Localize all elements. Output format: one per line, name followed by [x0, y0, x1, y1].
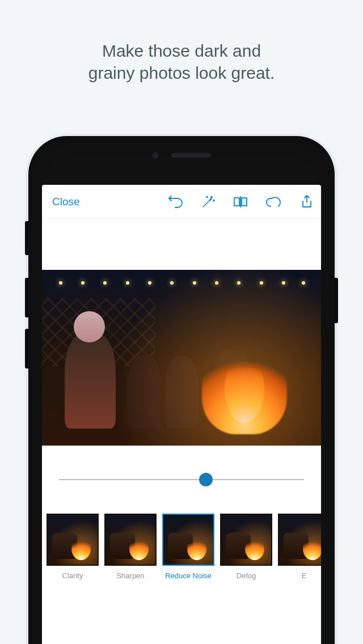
undo-icon[interactable]	[168, 195, 184, 209]
filter-thumb-image	[220, 514, 272, 566]
slider-thumb[interactable]	[199, 473, 213, 486]
auto-enhance-icon[interactable]	[201, 194, 216, 209]
share-icon[interactable]	[301, 194, 313, 209]
filter-thumbnail-row[interactable]: ClaritySharpenReduce NoiseDefogE	[42, 514, 321, 593]
filter-thumb-image	[278, 514, 321, 566]
adjustment-slider[interactable]	[59, 472, 304, 487]
filter-thumb-reduce-noise[interactable]: Reduce Noise	[160, 514, 217, 580]
filter-thumb-image	[162, 514, 214, 566]
app-screen: Close	[42, 185, 321, 644]
compare-icon[interactable]	[233, 195, 248, 209]
top-toolbar: Close	[42, 185, 321, 219]
top-toolbar-actions	[168, 194, 313, 209]
close-button[interactable]: Close	[50, 192, 82, 211]
filter-thumb-label: E	[276, 566, 321, 580]
filter-thumb-label: Sharpen	[102, 566, 159, 580]
phone-side-button	[335, 278, 338, 323]
promo-headline: Make those dark and grainy photos look g…	[0, 0, 363, 84]
filter-thumb-label: Reduce Noise	[160, 566, 217, 580]
canvas-top-margin	[42, 219, 321, 270]
creative-cloud-icon[interactable]	[265, 196, 284, 208]
filter-thumb-sharpen[interactable]: Sharpen	[102, 514, 159, 580]
adjustment-slider-area	[42, 446, 321, 514]
svg-rect-1	[242, 198, 247, 206]
phone-mockup: Close	[28, 136, 335, 644]
phone-camera-icon	[152, 152, 159, 159]
slider-track	[59, 479, 304, 480]
photo-canvas[interactable]	[42, 270, 321, 446]
phone-notch	[152, 152, 211, 159]
phone-side-button	[25, 329, 28, 368]
filter-thumb-label: Defog	[218, 566, 275, 580]
filter-thumb-defog[interactable]: Defog	[218, 514, 275, 580]
filter-thumb-clarity[interactable]: Clarity	[44, 514, 101, 580]
phone-speaker	[171, 153, 211, 158]
filter-thumb-image	[104, 514, 157, 566]
promo-line1: Make those dark and	[0, 40, 363, 62]
svg-rect-0	[234, 198, 239, 206]
filter-thumb-image	[47, 514, 99, 566]
phone-side-button	[25, 278, 28, 317]
filter-thumb-label: Clarity	[44, 566, 101, 580]
filter-thumb-e[interactable]: E	[276, 514, 321, 580]
promo-line2: grainy photos look great.	[0, 62, 363, 84]
